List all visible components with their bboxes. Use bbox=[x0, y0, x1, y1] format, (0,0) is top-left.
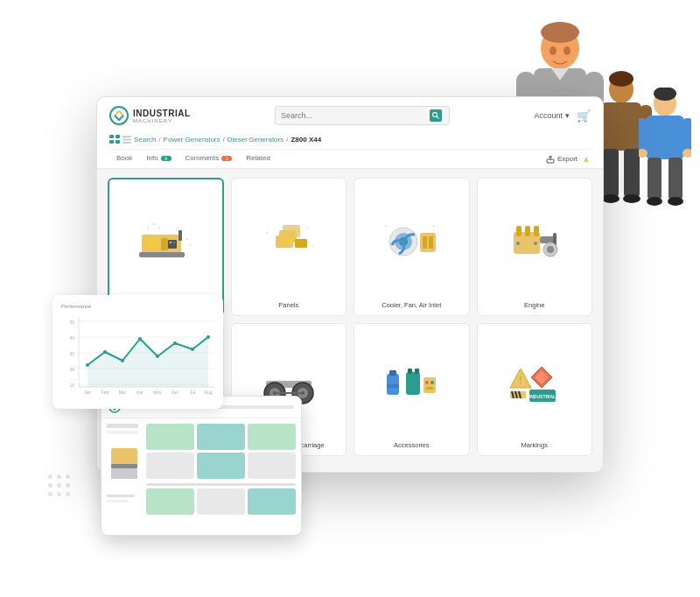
svg-rect-82 bbox=[525, 226, 530, 236]
mini-card-1 bbox=[146, 424, 194, 450]
breadcrumb-search[interactable]: Search bbox=[134, 136, 156, 144]
svg-line-42 bbox=[437, 116, 439, 119]
svg-point-89 bbox=[534, 242, 537, 245]
svg-text:20: 20 bbox=[69, 367, 74, 372]
svg-text:40: 40 bbox=[69, 335, 74, 341]
svg-point-79 bbox=[433, 225, 435, 227]
svg-rect-110 bbox=[387, 384, 399, 388]
svg-point-156 bbox=[138, 337, 142, 341]
header-right: Account ▾ 🛒 bbox=[534, 109, 591, 123]
app-header: INDUSTRIAL MACHINERY bbox=[97, 97, 603, 169]
mini-card-4 bbox=[146, 453, 194, 479]
card-accessories[interactable]: Accessories bbox=[354, 323, 470, 457]
card-cooler[interactable]: Cooler, Fan, Air Inlet bbox=[354, 178, 470, 316]
card-markings[interactable]: ! INDUSTRIAL Markings bbox=[477, 323, 593, 457]
nav-tabs: Book Info 9 Comments 1 Related bbox=[109, 149, 591, 168]
card-icon-engine bbox=[482, 186, 588, 298]
breadcrumb-diesel-generators[interactable]: Diesel Generators bbox=[228, 136, 284, 144]
svg-rect-55 bbox=[168, 240, 177, 249]
svg-rect-109 bbox=[389, 370, 396, 376]
svg-point-63 bbox=[186, 238, 188, 240]
card-icon-markings: ! INDUSTRIAL bbox=[482, 331, 588, 439]
svg-point-69 bbox=[266, 232, 268, 234]
tab-book[interactable]: Book bbox=[109, 150, 139, 168]
svg-rect-33 bbox=[682, 118, 691, 151]
svg-rect-48 bbox=[122, 139, 131, 141]
card-icon-accessories bbox=[359, 331, 465, 439]
warning-icon: ▲ bbox=[582, 154, 591, 164]
card-panels[interactable]: Panels bbox=[231, 178, 347, 316]
svg-rect-129 bbox=[111, 448, 137, 466]
list-icon bbox=[122, 135, 131, 144]
card-label-panels: Panels bbox=[278, 301, 298, 309]
svg-rect-49 bbox=[122, 142, 131, 144]
breadcrumb: Search / Power Generators / Diesel Gener… bbox=[109, 131, 591, 147]
svg-point-158 bbox=[173, 341, 177, 345]
tab-comments[interactable]: Comments 1 bbox=[178, 150, 240, 168]
logo-icon bbox=[109, 106, 129, 125]
cart-icon[interactable]: 🛒 bbox=[577, 109, 591, 123]
svg-rect-68 bbox=[295, 239, 307, 248]
svg-rect-26 bbox=[624, 149, 640, 197]
mini-main-grid bbox=[146, 424, 296, 515]
search-button[interactable] bbox=[430, 109, 442, 122]
svg-point-60 bbox=[147, 227, 149, 228]
svg-rect-131 bbox=[111, 468, 137, 479]
tab-info[interactable]: Info 9 bbox=[139, 150, 178, 168]
scene: INDUSTRIAL MACHINERY bbox=[0, 0, 700, 597]
svg-rect-32 bbox=[639, 118, 648, 151]
logo-subtext: MACHINERY bbox=[133, 118, 191, 123]
svg-rect-57 bbox=[173, 242, 175, 243]
mini-content bbox=[102, 418, 301, 520]
svg-rect-111 bbox=[406, 372, 420, 395]
mini-card-9 bbox=[248, 488, 296, 515]
export-button[interactable]: Export bbox=[546, 155, 578, 164]
svg-text:Jul: Jul bbox=[190, 390, 195, 395]
breadcrumb-power-generators[interactable]: Power Generators bbox=[164, 136, 220, 144]
card-engine[interactable]: Engine bbox=[477, 178, 593, 316]
search-bar[interactable] bbox=[275, 106, 450, 125]
svg-text:10: 10 bbox=[69, 383, 74, 388]
svg-point-154 bbox=[103, 350, 107, 354]
person-3-illustration bbox=[639, 88, 691, 210]
tab-related[interactable]: Related bbox=[239, 150, 277, 168]
svg-rect-47 bbox=[122, 136, 131, 137]
svg-rect-117 bbox=[426, 387, 433, 390]
chart-title: Performance bbox=[61, 304, 91, 309]
svg-rect-54 bbox=[161, 238, 168, 250]
svg-rect-130 bbox=[111, 464, 137, 468]
svg-rect-56 bbox=[170, 242, 172, 243]
svg-text:!: ! bbox=[519, 376, 522, 385]
card-label-engine: Engine bbox=[524, 301, 544, 309]
svg-rect-45 bbox=[109, 140, 114, 144]
svg-rect-16 bbox=[601, 102, 641, 151]
svg-rect-58 bbox=[139, 252, 185, 257]
svg-point-78 bbox=[385, 225, 387, 227]
svg-rect-114 bbox=[424, 377, 436, 393]
svg-rect-83 bbox=[534, 226, 539, 236]
svg-text:May: May bbox=[153, 390, 162, 395]
search-input[interactable] bbox=[281, 111, 430, 120]
svg-text:INDUSTRIAL: INDUSTRIAL bbox=[529, 394, 556, 399]
card-label-accessories: Accessories bbox=[394, 441, 429, 449]
svg-text:50: 50 bbox=[69, 320, 74, 325]
svg-point-62 bbox=[158, 227, 160, 228]
card-icon-frame bbox=[114, 186, 218, 297]
svg-rect-113 bbox=[415, 369, 419, 374]
export-icon bbox=[546, 155, 555, 164]
mini-card-5 bbox=[197, 453, 245, 479]
svg-rect-25 bbox=[603, 149, 619, 197]
mini-window: INDUSTRIAL bbox=[101, 396, 302, 536]
svg-rect-53 bbox=[145, 238, 158, 250]
account-button[interactable]: Account ▾ bbox=[534, 111, 570, 120]
svg-rect-67 bbox=[283, 225, 300, 237]
svg-text:Aug: Aug bbox=[205, 390, 213, 395]
svg-text:30: 30 bbox=[69, 351, 74, 356]
line-chart: 50 40 30 20 10 Jan Feb Mar Apr May Jun J… bbox=[61, 313, 214, 396]
svg-point-71 bbox=[312, 245, 313, 247]
svg-marker-152 bbox=[88, 337, 208, 387]
svg-point-12 bbox=[550, 46, 556, 55]
svg-point-87 bbox=[547, 246, 554, 253]
svg-point-13 bbox=[564, 46, 570, 55]
svg-point-27 bbox=[602, 194, 620, 203]
